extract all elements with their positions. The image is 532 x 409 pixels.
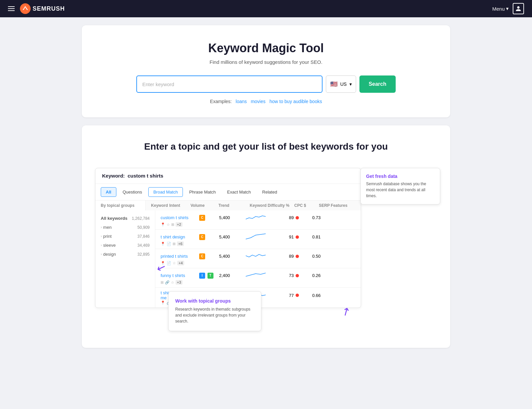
grid-icon: ⊞: [171, 222, 174, 227]
difficulty-cell: 89: [289, 254, 312, 259]
difficulty-value: 77: [289, 293, 294, 298]
grid-icon: ⊞: [161, 280, 164, 285]
user-icon: [515, 6, 521, 12]
keyword-label: Keyword: custom t shirts: [102, 173, 163, 179]
difficulty-value: 73: [289, 273, 294, 278]
semrush-logo-icon: [20, 3, 31, 14]
intent-badge-t: T: [207, 273, 213, 279]
doc-icon: 📄: [167, 261, 171, 265]
col-header-groups: By topical groups: [95, 201, 146, 210]
sidebar-design-label: › design: [101, 252, 116, 257]
volume-cell: 5,400: [219, 254, 246, 259]
sidebar-all-count: 1,262,784: [132, 216, 150, 221]
serp-plus: +2: [176, 222, 183, 227]
example-link-movies[interactable]: movies: [251, 99, 265, 104]
trend-cell: [246, 271, 289, 280]
demo-area: Keyword: custom t shirts All Questions B…: [95, 168, 437, 308]
intent-badge-c: C: [199, 215, 205, 221]
tab-questions[interactable]: Questions: [118, 187, 147, 197]
hamburger-menu[interactable]: [8, 6, 15, 11]
navbar-right: Menu ▾: [492, 3, 524, 14]
location-icon: 📍: [161, 242, 165, 246]
sidebar-men-label: › men: [101, 225, 112, 230]
col-volume: Volume: [191, 203, 217, 208]
demo-heading: Enter a topic and get your list of best …: [95, 141, 437, 152]
keyword-link[interactable]: custom t shirts: [161, 215, 199, 220]
callout-fresh-title: Get fresh data: [366, 174, 435, 179]
country-selector[interactable]: 🇺🇸 US ▾: [326, 75, 356, 93]
demo-wrapper: Keyword: custom t shirts All Questions B…: [95, 168, 437, 328]
sidebar-item-sleeve[interactable]: › sleeve 34,469: [95, 241, 155, 250]
trend-cell: [246, 252, 289, 261]
country-label: US: [340, 81, 346, 87]
tab-phrase-match[interactable]: Phrase Match: [184, 187, 221, 197]
difficulty-dot: [296, 216, 299, 219]
tab-exact-match[interactable]: Exact Match: [222, 187, 256, 197]
doc-icon: 📄: [167, 242, 171, 246]
sidebar-item-print[interactable]: › print 37,846: [95, 232, 155, 241]
col-cpc: CPC $: [294, 203, 318, 208]
examples-row: Examples: loans movies how to buy audibl…: [95, 99, 437, 104]
link-icon: 🔗: [165, 280, 170, 285]
difficulty-dot: [296, 294, 299, 297]
examples-label: Examples:: [210, 99, 232, 104]
intent-badge-i: I: [199, 273, 205, 279]
col-keyword: Keyword: [151, 203, 168, 208]
chevron-icon: ›: [101, 234, 102, 238]
sidebar-panel: All keywords 1,262,784 › men 50,909 › pr…: [95, 210, 155, 308]
search-button[interactable]: Search: [359, 75, 396, 93]
sidebar-men-count: 50,909: [137, 225, 150, 230]
keyword-link[interactable]: printed t shirts: [161, 254, 199, 259]
sidebar-sleeve-label: › sleeve: [101, 243, 116, 248]
callout-topical: Work with topical groups Research keywor…: [168, 291, 261, 331]
difficulty-value: 89: [289, 215, 294, 220]
col-serp: SERP Features: [319, 203, 355, 208]
keyword-link[interactable]: t shirt design: [161, 234, 199, 239]
cpc-cell: 0.73: [312, 215, 355, 220]
chevron-down-icon: ▾: [349, 81, 352, 87]
keyword-table: Keyword: custom t shirts All Questions B…: [95, 168, 361, 308]
star-icon: ☆: [173, 261, 176, 265]
intent-badge-c: C: [199, 234, 205, 240]
tab-all[interactable]: All: [101, 187, 116, 197]
tab-row: All Questions Broad Match Phrase Match E…: [95, 184, 361, 201]
difficulty-cell: 73: [289, 273, 312, 278]
intent-cell: I T: [199, 273, 219, 279]
sidebar-all-label: All keywords: [101, 216, 127, 221]
callout-topical-text: Research keywords in thematic subgroups …: [175, 306, 254, 324]
table-row: t shirt design C 5,400 91 0.: [155, 230, 361, 249]
cpc-cell: 0.66: [312, 293, 355, 298]
cpc-cell: 0.50: [312, 254, 355, 259]
tab-related[interactable]: Related: [257, 187, 282, 197]
menu-button[interactable]: Menu ▾: [492, 6, 509, 12]
keyword-link[interactable]: funny t shirts: [161, 273, 199, 278]
page-subtitle: Find millions of keyword suggestions for…: [95, 59, 437, 65]
sidebar-print-label: › print: [101, 234, 112, 239]
callout-fresh-data: Get fresh data Semrush database shows yo…: [360, 168, 440, 204]
difficulty-dot: [296, 274, 299, 277]
user-avatar[interactable]: [513, 3, 524, 14]
sidebar-design-count: 32,895: [137, 252, 150, 257]
sidebar-item-men[interactable]: › men 50,909: [95, 223, 155, 232]
sidebar-sleeve-count: 34,469: [137, 243, 150, 248]
intent-badge-c: C: [199, 253, 205, 259]
intent-cell: C: [199, 215, 219, 221]
page-title: Keyword Magic Tool: [95, 41, 437, 55]
difficulty-dot: [296, 255, 299, 258]
callout-topical-title: Work with topical groups: [175, 298, 254, 304]
example-link-audible[interactable]: how to buy audible books: [269, 99, 322, 104]
col-headers-data: Keyword Intent Volume Trend Keyword Diff…: [146, 201, 361, 210]
volume-cell: 5,400: [219, 234, 246, 239]
grid-icon: ⊞: [173, 242, 176, 246]
difficulty-dot: [296, 235, 299, 239]
serp-plus: +6: [177, 241, 184, 246]
serp-cell: ⊞ 🔗 ☆ +3: [161, 280, 199, 285]
location-icon: 📍: [161, 301, 165, 305]
logo: SEMRUSH: [20, 3, 65, 14]
sidebar-item-all[interactable]: All keywords 1,262,784: [95, 214, 155, 223]
sidebar-item-design[interactable]: › design 32,895: [95, 250, 155, 259]
keyword-input[interactable]: [136, 75, 323, 93]
tab-broad-match[interactable]: Broad Match: [148, 187, 183, 197]
example-link-loans[interactable]: loans: [236, 99, 247, 104]
serp-plus: +3: [176, 280, 183, 285]
